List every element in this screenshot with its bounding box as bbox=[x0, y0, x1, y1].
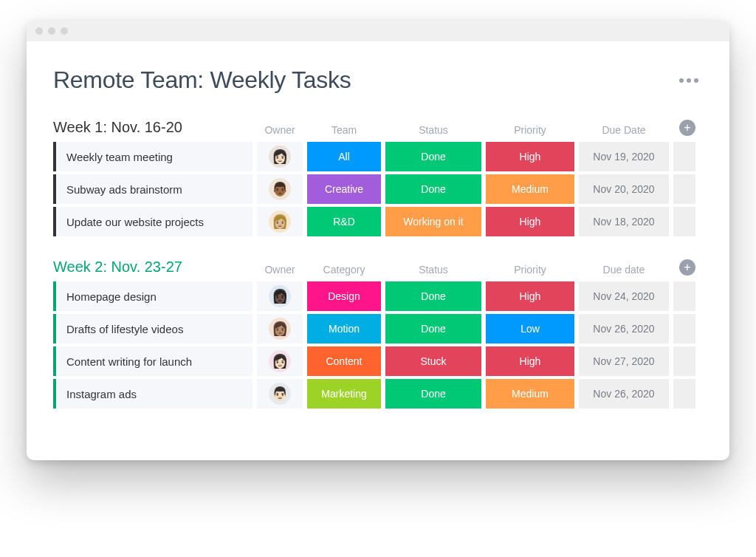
task-name-cell[interactable]: Homepage design bbox=[53, 281, 252, 311]
group-header: Week 2: Nov. 23-27OwnerCategoryStatusPri… bbox=[53, 259, 703, 276]
group-header: Week 1: Nov. 16-20OwnerTeamStatusPriorit… bbox=[53, 119, 703, 136]
task-name-cell[interactable]: Update our website projects bbox=[53, 207, 252, 236]
due-date-cell[interactable]: Nov 20, 2020 bbox=[579, 174, 669, 204]
table-row: Content writing for launch👩🏻ContentStuck… bbox=[53, 346, 703, 376]
window-minimize-icon[interactable] bbox=[48, 27, 55, 35]
due-date-cell[interactable]: Nov 19, 2020 bbox=[579, 142, 669, 171]
table-row: Homepage design👩🏿DesignDoneHighNov 24, 2… bbox=[53, 281, 703, 311]
task-name-cell[interactable]: Weekly team meeting bbox=[53, 142, 252, 171]
priority-cell[interactable]: Medium bbox=[486, 379, 574, 409]
avatar: 👨🏾 bbox=[269, 178, 291, 200]
app-window: Remote Team: Weekly Tasks Week 1: Nov. 1… bbox=[27, 21, 729, 460]
row-tail-cell bbox=[673, 207, 695, 236]
priority-cell[interactable]: High bbox=[486, 346, 574, 376]
priority-cell[interactable]: Low bbox=[486, 314, 574, 344]
owner-cell[interactable]: 👩🏻 bbox=[257, 346, 303, 376]
group-title[interactable]: Week 1: Nov. 16-20 bbox=[53, 119, 252, 136]
owner-cell[interactable]: 👩🏻 bbox=[257, 142, 303, 171]
status-cell[interactable]: Done bbox=[385, 379, 481, 409]
avatar: 👩🏻 bbox=[269, 146, 291, 168]
status-cell[interactable]: Done bbox=[385, 174, 481, 204]
avatar: 👩🏽 bbox=[269, 318, 291, 340]
group-title[interactable]: Week 2: Nov. 23-27 bbox=[53, 259, 252, 276]
priority-cell[interactable]: Medium bbox=[486, 174, 574, 204]
page-title: Remote Team: Weekly Tasks bbox=[53, 66, 351, 94]
row-tail-cell bbox=[673, 314, 695, 344]
board-content: Remote Team: Weekly Tasks Week 1: Nov. 1… bbox=[27, 41, 729, 460]
due-date-cell[interactable]: Nov 24, 2020 bbox=[579, 281, 669, 311]
row-tail-cell bbox=[673, 281, 695, 311]
board-header: Remote Team: Weekly Tasks bbox=[53, 66, 703, 94]
avatar: 👩🏿 bbox=[269, 285, 291, 307]
row-tail-cell bbox=[673, 174, 695, 204]
row-tail-cell bbox=[673, 379, 695, 409]
column-header-owner[interactable]: Owner bbox=[257, 124, 303, 136]
avatar: 👨🏻 bbox=[269, 383, 291, 405]
table-row: Instagram ads👨🏻MarketingDoneMediumNov 26… bbox=[53, 379, 703, 409]
task-name-cell[interactable]: Content writing for launch bbox=[53, 346, 252, 376]
team-cell[interactable]: Marketing bbox=[307, 379, 381, 409]
owner-cell[interactable]: 👩🏼 bbox=[257, 207, 303, 236]
priority-cell[interactable]: High bbox=[486, 207, 574, 236]
task-name-cell[interactable]: Drafts of lifestyle videos bbox=[53, 314, 252, 344]
owner-cell[interactable]: 👨🏻 bbox=[257, 379, 303, 409]
table-row: Drafts of lifestyle videos👩🏽MotionDoneLo… bbox=[53, 314, 703, 344]
add-column-button[interactable]: + bbox=[679, 259, 695, 276]
due-date-cell[interactable]: Nov 26, 2020 bbox=[579, 379, 669, 409]
team-cell[interactable]: Motion bbox=[307, 314, 381, 344]
more-icon[interactable] bbox=[675, 74, 703, 87]
window-maximize-icon[interactable] bbox=[61, 27, 68, 35]
avatar: 👩🏻 bbox=[269, 350, 291, 372]
column-header-status[interactable]: Status bbox=[385, 124, 481, 136]
owner-cell[interactable]: 👩🏽 bbox=[257, 314, 303, 344]
column-header-status[interactable]: Status bbox=[385, 264, 481, 276]
owner-cell[interactable]: 👩🏿 bbox=[257, 281, 303, 311]
status-cell[interactable]: Done bbox=[385, 281, 481, 311]
team-cell[interactable]: Design bbox=[307, 281, 381, 311]
add-column-button[interactable]: + bbox=[679, 120, 695, 136]
column-header-due[interactable]: Due date bbox=[579, 264, 669, 276]
task-name-cell[interactable]: Subway ads brainstorm bbox=[53, 174, 252, 204]
priority-cell[interactable]: High bbox=[486, 142, 574, 171]
task-name-cell[interactable]: Instagram ads bbox=[53, 379, 252, 409]
column-header-priority[interactable]: Priority bbox=[486, 264, 574, 276]
window-titlebar bbox=[27, 21, 729, 41]
column-header-team[interactable]: Team bbox=[307, 124, 381, 136]
table-row: Weekly team meeting👩🏻AllDoneHighNov 19, … bbox=[53, 142, 703, 171]
task-group: Week 2: Nov. 23-27OwnerCategoryStatusPri… bbox=[53, 259, 703, 409]
window-close-icon[interactable] bbox=[35, 27, 43, 35]
due-date-cell[interactable]: Nov 27, 2020 bbox=[579, 346, 669, 376]
table-row: Update our website projects👩🏼R&DWorking … bbox=[53, 207, 703, 236]
team-cell[interactable]: All bbox=[307, 142, 381, 171]
plus-icon: + bbox=[684, 122, 690, 134]
status-cell[interactable]: Done bbox=[385, 142, 481, 171]
team-cell[interactable]: Content bbox=[307, 346, 381, 376]
team-cell[interactable]: R&D bbox=[307, 207, 381, 236]
status-cell[interactable]: Working on it bbox=[385, 207, 481, 236]
row-tail-cell bbox=[673, 346, 695, 376]
task-group: Week 1: Nov. 16-20OwnerTeamStatusPriorit… bbox=[53, 119, 703, 236]
status-cell[interactable]: Done bbox=[385, 314, 481, 344]
plus-icon: + bbox=[684, 262, 690, 273]
status-cell[interactable]: Stuck bbox=[385, 346, 481, 376]
priority-cell[interactable]: High bbox=[486, 281, 574, 311]
row-tail-cell bbox=[673, 142, 695, 171]
column-header-due[interactable]: Due Date bbox=[579, 124, 669, 136]
due-date-cell[interactable]: Nov 26, 2020 bbox=[579, 314, 669, 344]
table-row: Subway ads brainstorm👨🏾CreativeDoneMediu… bbox=[53, 174, 703, 204]
team-cell[interactable]: Creative bbox=[307, 174, 381, 204]
column-header-team[interactable]: Category bbox=[307, 264, 381, 276]
column-header-priority[interactable]: Priority bbox=[486, 124, 574, 136]
column-header-owner[interactable]: Owner bbox=[257, 264, 303, 276]
due-date-cell[interactable]: Nov 18, 2020 bbox=[579, 207, 669, 236]
owner-cell[interactable]: 👨🏾 bbox=[257, 174, 303, 204]
avatar: 👩🏼 bbox=[269, 211, 291, 233]
